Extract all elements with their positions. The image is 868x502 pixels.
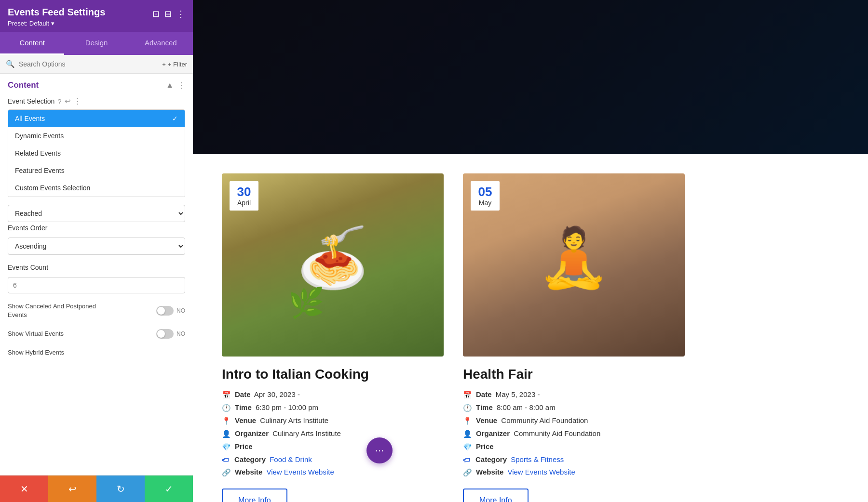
tab-advanced[interactable]: Advanced bbox=[129, 32, 193, 55]
time-label: Time bbox=[235, 403, 252, 411]
reset-icon: ↩ bbox=[68, 483, 77, 495]
website-link-2[interactable]: View Events Website bbox=[507, 468, 575, 476]
check-icon: ✓ bbox=[172, 115, 178, 122]
all-events-label: All Events bbox=[15, 115, 45, 122]
content-section-title: Content bbox=[8, 80, 39, 90]
time-icon: 🕐 bbox=[463, 404, 472, 412]
dropdown-item-custom-events[interactable]: Custom Events Selection bbox=[8, 179, 185, 197]
detail-row: 🕐 Time 6:30 pm - 10:00 pm bbox=[222, 403, 444, 412]
date-month-2: May bbox=[477, 199, 493, 207]
website-icon: 🔗 bbox=[463, 468, 472, 477]
redo-button[interactable]: ↻ bbox=[96, 476, 145, 502]
category-icon: 🏷 bbox=[463, 456, 472, 464]
events-count-input[interactable] bbox=[8, 277, 185, 293]
header-icons: ⊡ ⊟ ⋮ bbox=[152, 9, 185, 19]
content-section-header: Content ▲ ⋮ bbox=[0, 74, 193, 95]
toggle-knob-virtual bbox=[157, 330, 165, 338]
time-icon: 🕐 bbox=[222, 404, 231, 412]
toggle-track-canceled[interactable] bbox=[156, 306, 174, 316]
dropdown-item-featured-events[interactable]: Featured Events bbox=[8, 162, 185, 179]
show-canceled-label: Show Canceled And Postponed Events bbox=[8, 302, 114, 319]
dropdown-item-all-events[interactable]: All Events ✓ bbox=[8, 110, 185, 127]
detail-row: 🏷 Category Food & Drink bbox=[222, 455, 444, 464]
show-virtual-toggle[interactable]: NO bbox=[156, 329, 185, 339]
layout-icon[interactable]: ⊟ bbox=[164, 9, 172, 19]
toggle-virtual-value: NO bbox=[176, 330, 185, 337]
events-count-label: Events Count bbox=[0, 259, 193, 273]
toggle-track-virtual[interactable] bbox=[156, 329, 174, 339]
dropdown-item-dynamic-events[interactable]: Dynamic Events bbox=[8, 127, 185, 145]
dynamic-events-label: Dynamic Events bbox=[15, 132, 64, 140]
filter-icon: + bbox=[162, 61, 166, 68]
detail-row: 👤 Organizer Community Aid Foundation bbox=[463, 429, 685, 438]
fab-button[interactable]: ··· bbox=[366, 437, 393, 463]
detail-row: 📅 Date May 5, 2023 - bbox=[463, 390, 685, 399]
more-options-icon[interactable]: ⋮ bbox=[176, 9, 185, 19]
show-hybrid-label: Show Hybrid Events bbox=[8, 348, 64, 357]
event-image-1: 30 April bbox=[222, 173, 444, 357]
detail-row: 🔗 Website View Events Website bbox=[463, 468, 685, 477]
section-more-icon[interactable]: ⋮ bbox=[177, 81, 185, 90]
more-info-button-2[interactable]: More Info bbox=[463, 489, 529, 502]
date-value: Apr 30, 2023 - bbox=[253, 390, 300, 398]
date-month-1: April bbox=[236, 199, 252, 207]
date-label: Date bbox=[235, 390, 251, 398]
events-count-field bbox=[0, 273, 193, 297]
event-selection-more-icon[interactable]: ⋮ bbox=[74, 97, 81, 106]
organizer-icon: 👤 bbox=[463, 430, 472, 438]
save-icon: ✓ bbox=[165, 483, 173, 495]
date-icon: 📅 bbox=[222, 391, 231, 399]
header-left: Events Feed Settings Preset: Default ▾ bbox=[8, 7, 105, 27]
date-badge-1: 30 April bbox=[230, 181, 258, 211]
organizer-label: Organizer bbox=[476, 429, 510, 437]
collapse-icon[interactable]: ▲ bbox=[166, 81, 174, 90]
organizer-value: Community Aid Foundation bbox=[512, 429, 600, 437]
detail-row: 📍 Venue Community Aid Foundation bbox=[463, 416, 685, 425]
help-icon[interactable]: ? bbox=[57, 97, 61, 106]
detail-row: 🏷 Category Sports & Fitness bbox=[463, 455, 685, 464]
event-card-2: 05 May Health Fair 📅 Date May 5, 2023 - … bbox=[463, 173, 685, 502]
reset-icon[interactable]: ↩ bbox=[65, 97, 71, 106]
events-grid: 30 April Intro to Italian Cooking 📅 Date… bbox=[193, 154, 868, 502]
search-input[interactable] bbox=[19, 60, 158, 68]
detail-row: 👤 Organizer Culinary Arts Institute bbox=[222, 429, 444, 438]
date-day-1: 30 bbox=[236, 185, 252, 199]
event-details-1: 📅 Date Apr 30, 2023 - 🕐 Time 6:30 pm - 1… bbox=[222, 390, 444, 477]
preset-selector[interactable]: Preset: Default ▾ bbox=[8, 20, 105, 27]
date-badge-2: 05 May bbox=[471, 181, 500, 211]
tab-content-label: Content bbox=[19, 39, 45, 47]
toggle-canceled-value: NO bbox=[176, 307, 185, 314]
event-type-dropdown: All Events ✓ Dynamic Events Related Even… bbox=[8, 109, 185, 197]
price-label: Price bbox=[235, 442, 253, 450]
detail-row: 📍 Venue Culinary Arts Institute bbox=[222, 416, 444, 425]
tab-design[interactable]: Design bbox=[64, 32, 128, 55]
time-value: 6:30 pm - 10:00 pm bbox=[254, 403, 318, 411]
website-link-1[interactable]: View Events Website bbox=[266, 468, 334, 476]
responsive-icon[interactable]: ⊡ bbox=[152, 9, 160, 19]
show-canceled-toggle[interactable]: NO bbox=[156, 306, 185, 316]
show-virtual-label: Show Virtual Events bbox=[8, 330, 64, 338]
organizer-icon: 👤 bbox=[222, 430, 231, 438]
preset-arrow-icon: ▾ bbox=[51, 20, 54, 27]
save-button[interactable]: ✓ bbox=[145, 476, 193, 502]
tab-content[interactable]: Content bbox=[0, 32, 64, 55]
related-events-label: Related Events bbox=[15, 149, 61, 157]
reached-select[interactable]: Reached bbox=[8, 205, 185, 222]
time-label: Time bbox=[476, 403, 493, 411]
hero-overlay bbox=[193, 0, 868, 154]
reset-button[interactable]: ↩ bbox=[48, 476, 96, 502]
venue-label: Venue bbox=[235, 416, 256, 424]
category-link-2[interactable]: Sports & Fitness bbox=[511, 455, 564, 463]
event-image-2: 05 May bbox=[463, 173, 685, 357]
toggle-knob-canceled bbox=[157, 307, 165, 315]
event-selection-label: Event Selection ? ↩ ⋮ bbox=[0, 95, 193, 109]
category-link-1[interactable]: Food & Drink bbox=[270, 455, 312, 463]
detail-row: 🕐 Time 8:00 am - 8:00 am bbox=[463, 403, 685, 412]
more-info-button-1[interactable]: More Info bbox=[222, 489, 287, 502]
panel-tabs: Content Design Advanced bbox=[0, 32, 193, 55]
filter-button[interactable]: + + Filter bbox=[162, 61, 187, 68]
dropdown-item-related-events[interactable]: Related Events bbox=[8, 145, 185, 162]
events-order-select[interactable]: Ascending bbox=[8, 238, 185, 255]
cancel-button[interactable]: ✕ bbox=[0, 476, 48, 502]
reached-select-wrapper: Reached bbox=[0, 203, 193, 222]
